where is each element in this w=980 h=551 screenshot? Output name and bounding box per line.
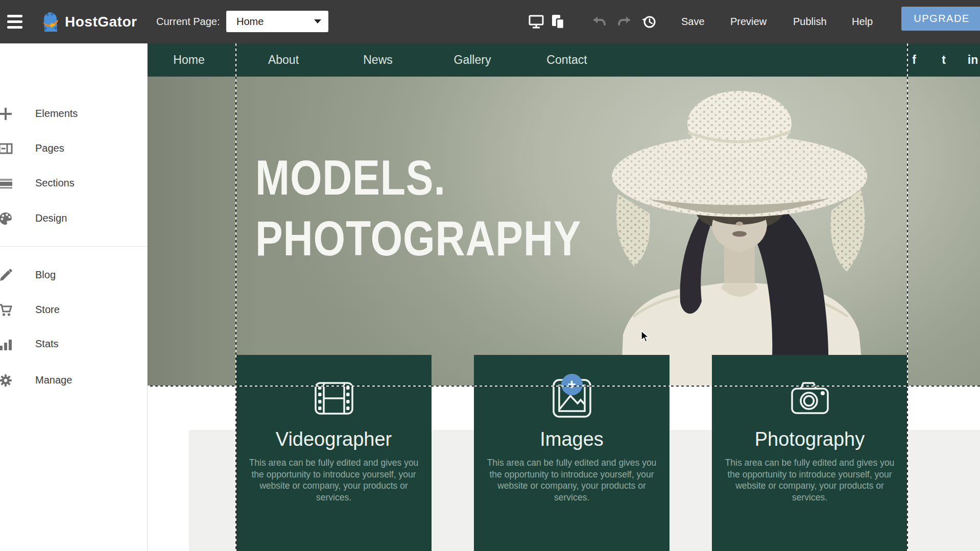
cart-icon: [0, 303, 13, 317]
sidebar-item-store[interactable]: Store: [0, 299, 147, 320]
hostgator-gator-icon: [41, 11, 60, 32]
sidebar-item-blog[interactable]: Blog: [0, 265, 147, 285]
card-images[interactable]: + Images This area can be fully edited a…: [474, 355, 670, 551]
film-icon: [315, 382, 353, 415]
brand-name: HostGator: [65, 14, 137, 30]
page-selector-dropdown[interactable]: Home: [226, 11, 328, 32]
card-body: This area can be fully edited and gives …: [487, 457, 657, 503]
current-page-label: Current Page:: [156, 0, 220, 43]
card-title: Videographer: [236, 428, 432, 450]
page-selector-value: Home: [236, 16, 264, 28]
hero-model-photo: [603, 77, 929, 386]
palette-icon: [0, 211, 13, 226]
site-menu-bar: Home About News Gallery Contact f t in: [148, 43, 980, 77]
site-canvas: Home About News Gallery Contact f t in M…: [148, 43, 980, 551]
sidebar-item-pages[interactable]: Pages: [0, 138, 147, 158]
facebook-icon[interactable]: f: [912, 43, 916, 77]
site-nav-contact[interactable]: Contact: [546, 43, 587, 77]
hero-title[interactable]: MODELS. PHOTOGRAPHY: [255, 147, 581, 269]
twitter-icon[interactable]: t: [942, 43, 946, 77]
site-nav-about[interactable]: About: [268, 43, 299, 77]
sidebar-divider: [0, 246, 147, 247]
card-photography[interactable]: Photography This area can be fully edite…: [712, 355, 907, 551]
stats-icon: [0, 337, 13, 351]
pencil-icon: [0, 268, 13, 282]
plus-icon: [0, 107, 13, 121]
history-icon[interactable]: [641, 0, 657, 43]
gear-icon: [0, 373, 13, 388]
top-toolbar: HostGator Current Page: Home: [0, 0, 980, 43]
help-button[interactable]: Help: [852, 0, 873, 43]
pages-icon: [0, 141, 13, 156]
preview-button[interactable]: Preview: [730, 0, 767, 43]
redo-icon[interactable]: [617, 0, 631, 43]
card-title: Images: [474, 428, 670, 450]
linkedin-icon[interactable]: in: [968, 43, 978, 77]
sidebar-item-manage[interactable]: Manage: [0, 370, 147, 390]
hostgator-logo[interactable]: HostGator: [41, 0, 137, 43]
upgrade-button[interactable]: UPGRADE: [901, 7, 980, 31]
save-button[interactable]: Save: [681, 0, 705, 43]
card-title: Photography: [712, 428, 907, 450]
card-body: This area can be fully edited and gives …: [725, 457, 895, 503]
sidebar-item-elements[interactable]: Elements: [0, 103, 147, 124]
card-videographer[interactable]: Videographer This area can be fully edit…: [236, 355, 432, 551]
site-nav-gallery[interactable]: Gallery: [454, 43, 491, 77]
publish-button[interactable]: Publish: [793, 0, 827, 43]
sidebar-item-stats[interactable]: Stats: [0, 333, 147, 354]
site-nav-home[interactable]: Home: [173, 43, 204, 77]
site-nav-news[interactable]: News: [363, 43, 393, 77]
camera-icon: [791, 381, 829, 416]
sections-icon: [0, 176, 13, 190]
chevron-down-icon: [314, 19, 321, 23]
undo-icon[interactable]: [592, 0, 607, 43]
editor-sidebar: Elements Pages Sections: [0, 43, 148, 551]
hostgator-website-builder: HostGator Current Page: Home: [0, 0, 980, 551]
sidebar-item-design[interactable]: Design: [0, 208, 147, 228]
mobile-tablet-view-icon[interactable]: [551, 0, 566, 43]
sidebar-item-sections[interactable]: Sections: [0, 173, 147, 193]
hamburger-menu-icon[interactable]: [6, 0, 23, 43]
hero-section[interactable]: MODELS. PHOTOGRAPHY: [148, 77, 980, 386]
desktop-view-icon[interactable]: [528, 0, 544, 43]
add-image-badge-icon[interactable]: +: [561, 374, 583, 395]
card-body: This area can be fully edited and gives …: [249, 457, 419, 503]
